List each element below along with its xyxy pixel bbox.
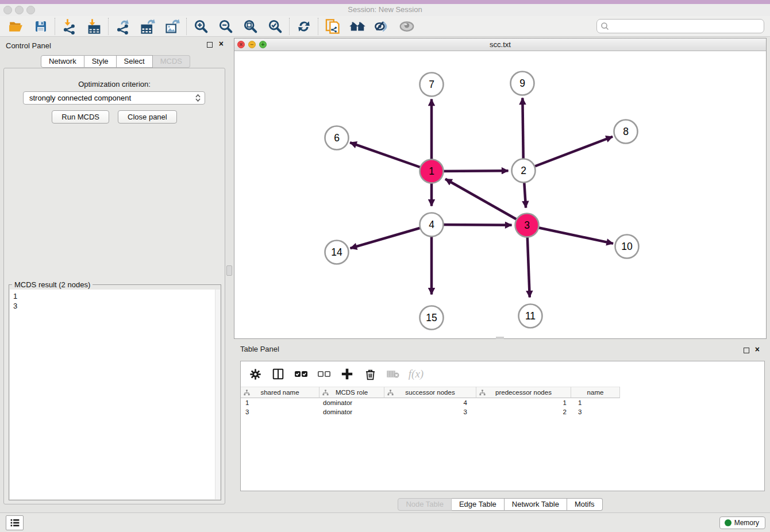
mcds-result-list[interactable]: 13 xyxy=(10,290,220,499)
graph-node-3[interactable]: 3 xyxy=(515,214,539,237)
svg-text:7: 7 xyxy=(429,79,434,90)
network-frame-titlebar[interactable]: × − + scc.txt xyxy=(234,38,766,51)
node-table-box: f(x) shared nameMCDS rolesuccessor nodes… xyxy=(240,361,765,491)
delete-icon[interactable] xyxy=(363,367,378,381)
graph-node-9[interactable]: 9 xyxy=(511,72,534,95)
export-table-icon[interactable] xyxy=(135,17,160,36)
control-panel-tabs: NetworkStyleSelectMCDS xyxy=(0,55,231,68)
column-header-name[interactable]: name xyxy=(571,387,620,398)
tab-motifs[interactable]: Motifs xyxy=(567,498,603,511)
table-cell: 1 xyxy=(241,398,319,407)
task-history-button[interactable] xyxy=(6,515,24,530)
tab-node-table[interactable]: Node Table xyxy=(398,498,452,511)
edge-1-6[interactable] xyxy=(350,142,432,171)
network-view-frame: × − + scc.txt 7968124314101511 xyxy=(234,38,767,339)
svg-text:10: 10 xyxy=(621,241,633,252)
graph-node-15[interactable]: 15 xyxy=(420,306,444,330)
zoom-fit-icon[interactable] xyxy=(238,17,263,36)
search-icon xyxy=(600,22,610,31)
unselect-all-icon[interactable] xyxy=(317,367,332,381)
export-network-icon[interactable] xyxy=(110,17,135,36)
svg-text:11: 11 xyxy=(525,310,536,322)
result-scrollbar[interactable] xyxy=(215,290,220,499)
graph-node-2[interactable]: 2 xyxy=(512,159,536,183)
import-table-icon[interactable] xyxy=(82,17,106,36)
hide-eye-icon[interactable] xyxy=(369,17,394,36)
graph-node-8[interactable]: 8 xyxy=(614,120,638,144)
close-panel-button[interactable]: Close panel xyxy=(118,110,177,124)
gear-icon[interactable] xyxy=(248,367,263,381)
refresh-layout-icon[interactable] xyxy=(291,17,316,36)
graph-node-1[interactable]: 1 xyxy=(420,160,444,183)
table-panel: Table Panel × xyxy=(234,342,767,512)
graph-node-14[interactable]: 14 xyxy=(325,241,349,264)
select-all-icon[interactable] xyxy=(294,367,309,381)
add-icon[interactable] xyxy=(340,367,355,381)
graph-node-10[interactable]: 10 xyxy=(615,235,639,259)
panel-splitter-handle[interactable] xyxy=(226,265,232,276)
control-panel-title: Control Panel xyxy=(6,41,51,50)
network-graph: 7968124314101511 xyxy=(234,51,766,338)
table-row[interactable]: 1dominator411 xyxy=(241,398,620,407)
edge-4-14[interactable] xyxy=(351,225,432,248)
column-header-successor-nodes[interactable]: successor nodes xyxy=(384,387,476,398)
tab-network-table[interactable]: Network Table xyxy=(505,498,567,511)
memory-button[interactable]: Memory xyxy=(719,516,765,529)
svg-text:8: 8 xyxy=(623,126,629,137)
save-session-icon[interactable] xyxy=(28,17,53,36)
show-eye-icon[interactable] xyxy=(394,17,419,36)
main-toolbar xyxy=(0,16,770,37)
toolbar-separator xyxy=(289,18,290,35)
zoom-in-icon[interactable] xyxy=(188,17,213,36)
svg-text:14: 14 xyxy=(331,246,342,258)
zoom-selected-icon[interactable] xyxy=(263,17,287,36)
svg-text:2: 2 xyxy=(521,165,526,176)
graph-node-7[interactable]: 7 xyxy=(420,73,444,97)
network-file-icon[interactable] xyxy=(320,17,345,36)
optimization-dropdown[interactable]: strongly connected component xyxy=(23,91,205,105)
float-table-panel-icon[interactable] xyxy=(744,348,749,353)
columns-icon[interactable] xyxy=(271,367,286,381)
list-icon xyxy=(10,518,20,528)
dropdown-stepper-icon xyxy=(195,94,201,102)
float-panel-icon[interactable] xyxy=(207,42,213,48)
tab-mcds[interactable]: MCDS xyxy=(153,55,190,68)
tab-edge-table[interactable]: Edge Table xyxy=(452,498,505,511)
svg-text:15: 15 xyxy=(426,312,437,323)
tab-select[interactable]: Select xyxy=(117,55,153,68)
edge-3-10[interactable] xyxy=(527,225,613,244)
close-table-panel-icon[interactable]: × xyxy=(755,345,760,354)
result-line: 1 xyxy=(13,291,217,301)
tab-network[interactable]: Network xyxy=(41,55,84,68)
column-header-predecessor-nodes[interactable]: predecessor nodes xyxy=(476,387,571,398)
open-session-icon[interactable] xyxy=(3,17,28,36)
delete-table-icon[interactable] xyxy=(386,367,401,381)
graph-node-6[interactable]: 6 xyxy=(325,126,349,150)
search-input[interactable] xyxy=(610,21,764,32)
table-row[interactable]: 3dominator323 xyxy=(241,407,620,417)
close-panel-icon[interactable]: × xyxy=(219,39,224,48)
zoom-out-icon[interactable] xyxy=(213,17,238,36)
table-cell: dominator xyxy=(319,398,384,407)
status-bar: Memory xyxy=(0,512,770,532)
edge-3-1[interactable] xyxy=(445,179,527,225)
table-cell: 1 xyxy=(571,398,620,407)
function-builder-icon[interactable]: f(x) xyxy=(409,367,424,381)
home-icon[interactable] xyxy=(345,17,369,36)
memory-label: Memory xyxy=(734,519,759,527)
node-table-header: shared nameMCDS rolesuccessor nodesprede… xyxy=(241,387,620,398)
tab-style[interactable]: Style xyxy=(84,55,117,68)
window-title: Session: New Session xyxy=(0,5,770,14)
edge-2-8[interactable] xyxy=(523,137,613,171)
column-header-shared-name[interactable]: shared name xyxy=(241,387,319,398)
graph-node-11[interactable]: 11 xyxy=(519,304,542,328)
search-box[interactable] xyxy=(596,19,764,33)
export-image-icon[interactable] xyxy=(160,17,184,36)
import-network-icon[interactable] xyxy=(57,17,82,36)
network-canvas[interactable]: 7968124314101511 xyxy=(234,51,766,338)
run-mcds-button[interactable]: Run MCDS xyxy=(52,110,109,124)
graph-node-4[interactable]: 4 xyxy=(420,213,444,237)
network-resize-handle[interactable] xyxy=(496,337,504,339)
result-line: 3 xyxy=(13,301,217,311)
column-header-MCDS-role[interactable]: MCDS role xyxy=(319,387,384,398)
